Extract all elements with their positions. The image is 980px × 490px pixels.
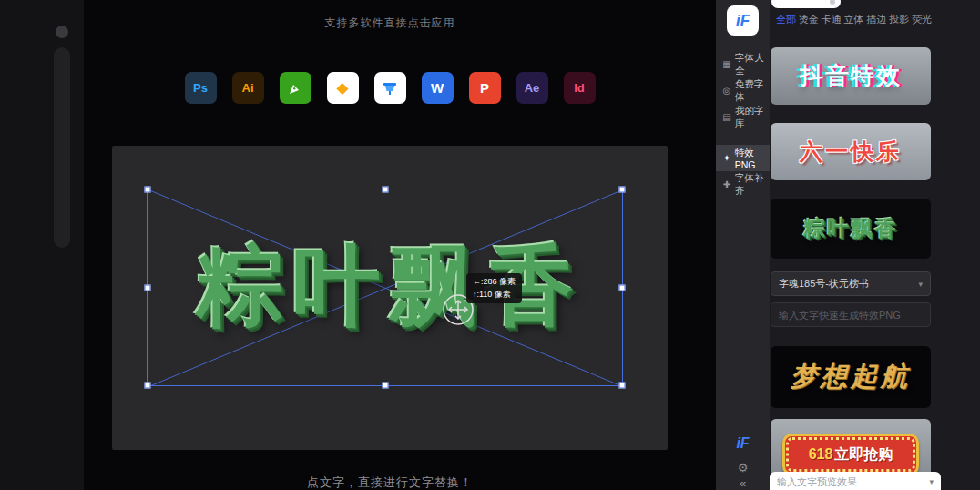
app-sidebar: iF ▦ 字体大全 ◎ 免费字体 ▤ 我的字库 ✦ 特效PNG ✚ 字体补齐 i… (716, 0, 770, 490)
sidebar-item-label: 免费字体 (735, 78, 770, 104)
preview-input-bar: ▾ (770, 472, 941, 490)
software-bar: Ps Ai ◆ W P Ae Id (112, 72, 668, 104)
search-box-partial[interactable] (771, 0, 841, 8)
sidebar-menu: ▦ 字体大全 ◎ 免费字体 ▤ 我的字库 ✦ 特效PNG ✚ 字体补齐 (716, 51, 770, 198)
effect-card-june-first[interactable]: 六一快乐 (771, 123, 931, 180)
grid-icon: ▦ (722, 59, 731, 69)
resize-handle-bottom-right[interactable] (619, 383, 626, 389)
sidebar-item-label: 字体补齐 (735, 172, 770, 198)
sidebar-item-label: 我的字库 (735, 105, 770, 130)
diamond-icon: ◆ (336, 78, 348, 97)
app-logo-glyph: iF (736, 12, 750, 30)
selection-box[interactable]: 粽叶飘香 (147, 189, 623, 386)
resize-handle-middle-left[interactable] (145, 284, 151, 291)
word-icon[interactable]: W (422, 72, 454, 104)
indesign-icon[interactable]: Id (564, 72, 596, 104)
tab-shadow[interactable]: 投影 (889, 13, 909, 26)
tab-neon[interactable]: 荧光 (912, 13, 932, 26)
app-logo: iF (727, 5, 759, 36)
tab-gilding[interactable]: 烫金 (799, 13, 819, 26)
sidebar-item-font-collection[interactable]: ▦ 字体大全 (716, 51, 770, 77)
canvas-text-object[interactable]: 粽叶飘香 (148, 189, 622, 385)
resize-handle-top-right[interactable] (619, 187, 626, 193)
coreldraw-icon[interactable] (280, 72, 311, 104)
effect-card-text: 抖音特效 (800, 60, 902, 92)
rail-scrollbar[interactable] (54, 47, 70, 248)
effect-card-dream[interactable]: 梦想起航 (771, 346, 931, 408)
magic-wand-icon: ✦ (722, 153, 731, 163)
after-effects-label: Ae (525, 81, 540, 95)
photoshop-icon[interactable]: Ps (185, 72, 217, 104)
effect-card-text-suffix: 立即抢购 (834, 445, 893, 464)
tab-outline[interactable]: 描边 (866, 13, 886, 26)
sidebar-item-label: 字体大全 (735, 52, 770, 77)
effect-card-text: 六一快乐 (800, 137, 902, 167)
pen-nib-icon (287, 80, 303, 97)
powerpoint-label: P (480, 80, 489, 96)
measurement-tooltip: ←:286 像素 ↑:110 像素 (466, 273, 522, 303)
measurement-horizontal: ←:286 像素 (473, 276, 516, 289)
effect-card-text-prefix: 618 (809, 446, 833, 463)
photoshop-label: Ps (193, 81, 208, 95)
effect-card-text: 梦想起航 (791, 359, 911, 395)
indesign-label: Id (574, 81, 585, 95)
collapse-icon[interactable]: « (716, 476, 770, 490)
brand-button[interactable]: iF (716, 435, 770, 452)
top-hint: 支持多软件直接点击应用 (112, 15, 668, 31)
search-icon (830, 0, 835, 5)
gear-icon[interactable]: ⚙ (716, 461, 770, 475)
resize-handle-top-left[interactable] (145, 187, 151, 193)
editor-canvas[interactable]: 粽叶飘香 ←:286 像素 ↑:110 像素 (112, 146, 668, 450)
sidebar-item-free-fonts[interactable]: ◎ 免费字体 (716, 77, 770, 104)
resize-handle-top-middle[interactable] (382, 187, 388, 193)
font-select-dropdown[interactable]: 字魂185号-状元榜书 ▾ (771, 271, 931, 296)
coin-icon: ◎ (722, 86, 731, 96)
after-effects-icon[interactable]: Ae (516, 72, 548, 104)
podium-icon (381, 79, 399, 97)
font-select-value: 字魂185号-状元榜书 (779, 277, 869, 291)
resize-handle-bottom-left[interactable] (145, 383, 151, 389)
word-label: W (431, 80, 444, 96)
effect-category-tabs: 全部 烫金 卡通 立体 描边 投影 荧光 (776, 13, 932, 26)
effect-card-text: 粽叶飘香 (803, 214, 898, 243)
effects-panel: 全部 烫金 卡通 立体 描边 投影 荧光 抖音特效 六一快乐 粽叶飘香 字魂18… (770, 0, 980, 490)
keynote-icon[interactable] (374, 72, 406, 104)
chevron-down-icon: ▾ (918, 280, 923, 289)
rail-knob[interactable] (56, 26, 68, 38)
sidebar-item-effects-png[interactable]: ✦ 特效PNG (716, 145, 770, 171)
sketch-icon[interactable]: ◆ (327, 72, 359, 104)
wrench-icon: ✚ (722, 179, 731, 189)
tab-3d[interactable]: 立体 (843, 13, 863, 26)
preview-text-input[interactable] (777, 476, 929, 487)
chevron-down-icon: ▾ (929, 477, 934, 486)
effect-card-douyin[interactable]: 抖音特效 (771, 47, 931, 105)
bottom-hint: 点文字，直接进行文字替换！ (112, 475, 668, 490)
sidebar-item-my-fonts[interactable]: ▤ 我的字库 (716, 104, 770, 130)
menu-divider (716, 130, 770, 145)
sidebar-item-font-completion[interactable]: ✚ 字体补齐 (716, 171, 770, 198)
marquee-frame: 618 立即抢购 (782, 434, 919, 475)
sidebar-item-label: 特效PNG (735, 147, 770, 170)
tab-cartoon[interactable]: 卡通 (822, 13, 842, 26)
app-root: { "colors": { "accent": "#4d6bfe", "effe… (0, 0, 980, 490)
library-icon: ▤ (722, 112, 731, 122)
resize-handle-middle-right[interactable] (619, 284, 626, 291)
generate-text-input[interactable] (771, 302, 931, 327)
powerpoint-icon[interactable]: P (469, 72, 501, 104)
resize-handle-bottom-middle[interactable] (382, 383, 388, 389)
illustrator-icon[interactable]: Ai (232, 72, 264, 104)
effect-card-zongye[interactable]: 粽叶飘香 (771, 199, 931, 259)
measurement-vertical: ↑:110 像素 (473, 289, 516, 301)
illustrator-label: Ai (242, 81, 254, 95)
left-rail (0, 0, 84, 490)
tab-all[interactable]: 全部 (776, 13, 796, 26)
